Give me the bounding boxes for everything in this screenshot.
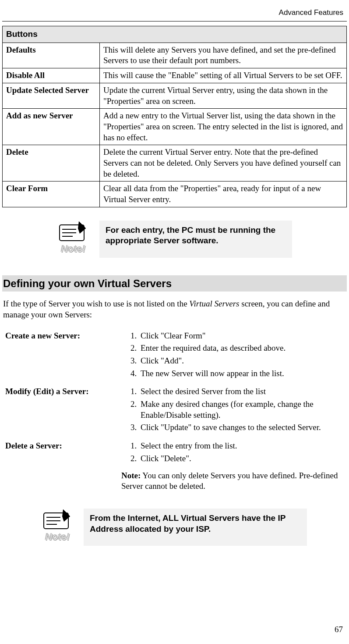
button-desc: Add a new entry to the Virtual Server li… [100,109,347,145]
button-desc: Clear all data from the "Properties" are… [100,181,347,207]
procedure-title: Modify (Edit) a Server: [5,386,121,440]
header-rule [2,21,347,21]
step: Click "Clear Form" [139,331,346,342]
step: Click "Add". [139,356,346,366]
button-desc: This will cause the "Enable" setting of … [100,68,347,83]
table-row: Disable All This will cause the "Enable"… [3,68,347,83]
button-desc: Update the current Virtual Server entry,… [100,83,347,108]
button-name: Add as new Server [3,109,100,145]
page-number: 67 [335,624,343,635]
section-heading: Defining your own Virtual Servers [2,275,347,292]
procedure-steps: Select the desired Server from the list … [121,386,346,440]
step: The new Server will now appear in the li… [139,368,346,379]
note-text: For each entry, the PC must be running t… [99,221,292,258]
table-row: Update Selected Server Update the curren… [3,83,347,108]
step: Select the entry from the list. [139,441,346,452]
procedure-row: Create a new Server: Click "Clear Form" … [5,330,346,386]
procedure-note: Note: You can only delete Servers you ha… [121,470,346,492]
procedure-row: Modify (Edit) a Server: Select the desir… [5,386,346,440]
step: Click "Delete". [139,453,346,464]
buttons-table: Buttons Defaults This will delete any Se… [2,26,347,207]
step: Select the desired Server from the list [139,386,346,397]
intro-pre: If the type of Server you wish to use is… [3,299,189,308]
note-block-2: Note! From the Internet, ALL Virtual Ser… [37,509,347,546]
buttons-table-header: Buttons [3,26,347,43]
button-name: Update Selected Server [3,83,100,108]
table-row: Delete Delete the current Virtual Server… [3,145,347,181]
table-row: Add as new Server Add a new entry to the… [3,109,347,145]
table-row: Defaults This will delete any Servers yo… [3,43,347,68]
note-label: Note! [60,242,85,255]
button-desc: Delete the current Virtual Server entry.… [100,145,347,181]
intro-italic: Virtual Servers [189,299,239,308]
intro-paragraph: If the type of Server you wish to use is… [3,299,345,320]
note-icon: Note! [53,221,92,255]
step: Click "Update" to save changes to the se… [139,422,346,433]
step: Make any desired changes (for example, c… [139,399,346,420]
step: Enter the required data, as described ab… [139,343,346,354]
table-row: Clear Form Clear all data from the "Prop… [3,181,347,207]
procedure-title: Delete a Server: [5,440,121,497]
procedure-steps: Click "Clear Form" Enter the required da… [121,330,346,386]
procedure-row: Delete a Server: Select the entry from t… [5,440,346,497]
running-header: Advanced Features [2,0,347,20]
note-text: From the Internet, ALL Virtual Servers h… [84,509,307,546]
procedure-title: Create a new Server: [5,330,121,386]
note-label: Note! [45,530,69,543]
button-desc: This will delete any Servers you have de… [100,43,347,68]
note-label-inline: Note: [121,471,141,480]
note-block-1: Note! For each entry, the PC must be run… [53,221,347,258]
note-icon: Note! [37,509,77,543]
button-name: Disable All [3,68,100,83]
button-name: Delete [3,145,100,181]
button-name: Defaults [3,43,100,68]
procedures-table: Create a new Server: Click "Clear Form" … [5,330,346,497]
button-name: Clear Form [3,181,100,207]
procedure-steps: Select the entry from the list. Click "D… [121,440,346,497]
note-text-inline: You can only delete Servers you have def… [121,471,338,491]
